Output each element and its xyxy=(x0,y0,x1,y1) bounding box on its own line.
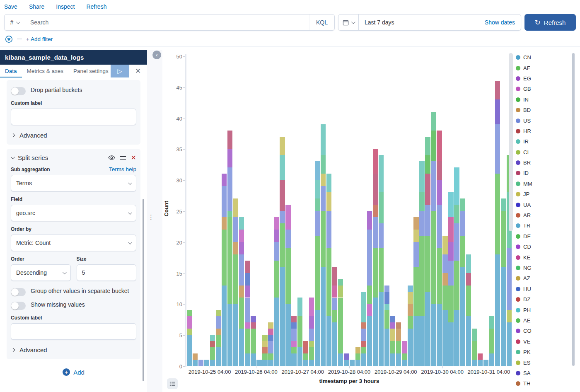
tab-data[interactable]: Data xyxy=(0,65,22,77)
bar-segment-AF[interactable] xyxy=(303,353,308,360)
bar-segment-BD[interactable] xyxy=(408,304,413,316)
bar-segment-US[interactable] xyxy=(495,124,500,174)
bar-segment-IR[interactable] xyxy=(361,292,366,323)
apply-changes-button[interactable]: ▷ xyxy=(111,65,129,77)
legend-item-NG[interactable]: NG xyxy=(514,263,580,273)
bar-segment-IR[interactable] xyxy=(210,335,215,341)
bar-segment-AF[interactable] xyxy=(326,248,331,317)
bar-segment-EG[interactable] xyxy=(367,211,372,230)
bar-segment-AF[interactable] xyxy=(262,353,267,360)
legend-item-UA[interactable]: UA xyxy=(514,199,580,210)
legend-item-BD[interactable]: BD xyxy=(514,105,580,115)
advanced-accordion[interactable]: Advanced xyxy=(12,346,136,353)
bar-segment-CN[interactable] xyxy=(425,292,430,366)
bar-segment-AF[interactable] xyxy=(285,248,290,304)
bar-segment-AF[interactable] xyxy=(239,298,244,329)
bar-segment-AF[interactable] xyxy=(233,254,238,304)
bar-segment-DZ[interactable] xyxy=(303,341,308,353)
bar-segment-US[interactable] xyxy=(326,211,331,248)
bar-segment-AF[interactable] xyxy=(402,353,407,360)
bar-segment-US[interactable] xyxy=(460,211,465,236)
bar-segment-CN[interactable] xyxy=(309,360,314,366)
bar-segment-AF[interactable] xyxy=(280,223,285,267)
bar-segment-CN[interactable] xyxy=(384,329,389,366)
bar-segment-EG[interactable] xyxy=(437,180,442,205)
bar-segment-US[interactable] xyxy=(321,186,326,211)
advanced-accordion[interactable]: Advanced xyxy=(12,132,136,139)
search-input[interactable] xyxy=(25,19,309,26)
bar-segment-IN[interactable] xyxy=(431,131,436,162)
bar-segment-GB[interactable] xyxy=(291,341,296,347)
bar-segment-ID[interactable] xyxy=(251,322,256,329)
bar-segment-CN[interactable] xyxy=(297,347,302,366)
bar-segment-AZ[interactable] xyxy=(355,347,360,353)
bar-segment-AF[interactable] xyxy=(367,286,372,304)
bar-segment-BR[interactable] xyxy=(495,99,500,124)
bar-segment-GB[interactable] xyxy=(239,230,244,242)
bar-segment-KE[interactable] xyxy=(448,217,453,242)
bar-segment-CN[interactable] xyxy=(367,316,372,366)
bar-segment-CN[interactable] xyxy=(222,286,227,366)
custom-label-input[interactable] xyxy=(11,109,136,125)
bar-segment-MM[interactable] xyxy=(454,205,459,223)
bar-segment-ID[interactable] xyxy=(437,161,442,180)
bar-segment-AF[interactable] xyxy=(227,217,232,304)
chevron-down-icon[interactable] xyxy=(11,155,15,159)
remove-series-icon[interactable]: ✕ xyxy=(131,154,136,162)
legend-item-CI[interactable]: CI xyxy=(514,147,580,157)
bar-segment-IR[interactable] xyxy=(466,254,471,273)
bar-segment-CN[interactable] xyxy=(501,267,506,366)
group-other-toggle[interactable] xyxy=(11,288,26,296)
bar-segment-AF[interactable] xyxy=(413,267,418,317)
bar-segment-CN[interactable] xyxy=(396,353,401,366)
bar-segment-JP[interactable] xyxy=(280,137,285,155)
bar-segment-US[interactable] xyxy=(309,329,314,341)
bar-segment-BR[interactable] xyxy=(344,353,349,360)
bar-segment-AF[interactable] xyxy=(384,310,389,329)
bar-segment-CN[interactable] xyxy=(332,322,337,366)
bar-segment-CN[interactable] xyxy=(402,360,407,366)
bar-segment-HU[interactable] xyxy=(390,316,395,322)
bar-segment-CN[interactable] xyxy=(227,304,232,366)
bar-segment-CN[interactable] xyxy=(193,360,198,366)
bar-segment-US[interactable] xyxy=(448,261,453,286)
bar-segment-CN[interactable] xyxy=(344,360,349,366)
bar-segment-MM[interactable] xyxy=(321,155,326,174)
collapse-sidebar-button[interactable]: ‹ xyxy=(152,51,161,59)
bar-segment-CN[interactable] xyxy=(478,360,483,366)
bar-segment-AF[interactable] xyxy=(297,316,302,347)
bar-segment-US[interactable] xyxy=(431,161,436,211)
legend-item-VE[interactable]: VE xyxy=(514,336,580,347)
bar-segment-IR[interactable] xyxy=(384,304,389,310)
bar-segment-CN[interactable] xyxy=(448,322,453,366)
bar-segment-AF[interactable] xyxy=(274,261,279,298)
bar-segment-EG[interactable] xyxy=(274,230,279,242)
bar-segment-IR[interactable] xyxy=(326,174,331,192)
bar-segment-CN[interactable] xyxy=(274,298,279,366)
legend-item-CN[interactable]: CN xyxy=(514,52,580,63)
bar-segment-US[interactable] xyxy=(285,230,290,248)
bar-segment-AF[interactable] xyxy=(309,347,314,360)
legend-item-TH[interactable]: TH xyxy=(514,378,580,389)
bar-segment-US[interactable] xyxy=(454,223,459,261)
legend-scrollbar[interactable] xyxy=(572,53,575,366)
legend-item-AZ[interactable]: AZ xyxy=(514,273,580,283)
bar-segment-AR[interactable] xyxy=(373,205,378,217)
bar-segment-ID[interactable] xyxy=(332,267,337,286)
bar-segment-US[interactable] xyxy=(239,254,244,286)
bar-segment-CN[interactable] xyxy=(210,360,215,366)
bar-segment-ID[interactable] xyxy=(425,174,430,205)
bar-segment-JP[interactable] xyxy=(326,192,331,211)
bar-segment-US[interactable] xyxy=(233,217,238,242)
legend-item-PH[interactable]: PH xyxy=(514,305,580,315)
legend-item-HR[interactable]: HR xyxy=(514,126,580,136)
bar-segment-AF[interactable] xyxy=(355,353,360,360)
bar-segment-DZ[interactable] xyxy=(361,341,366,347)
legend-item-EG[interactable]: EG xyxy=(514,73,580,84)
bar-segment-BD[interactable] xyxy=(233,242,238,254)
bar-segment-US[interactable] xyxy=(361,329,366,341)
kql-button[interactable]: KQL xyxy=(309,15,334,30)
bar-segment-US[interactable] xyxy=(384,286,389,292)
bar-segment-MM[interactable] xyxy=(425,137,430,155)
bar-segment-IR[interactable] xyxy=(321,124,326,155)
